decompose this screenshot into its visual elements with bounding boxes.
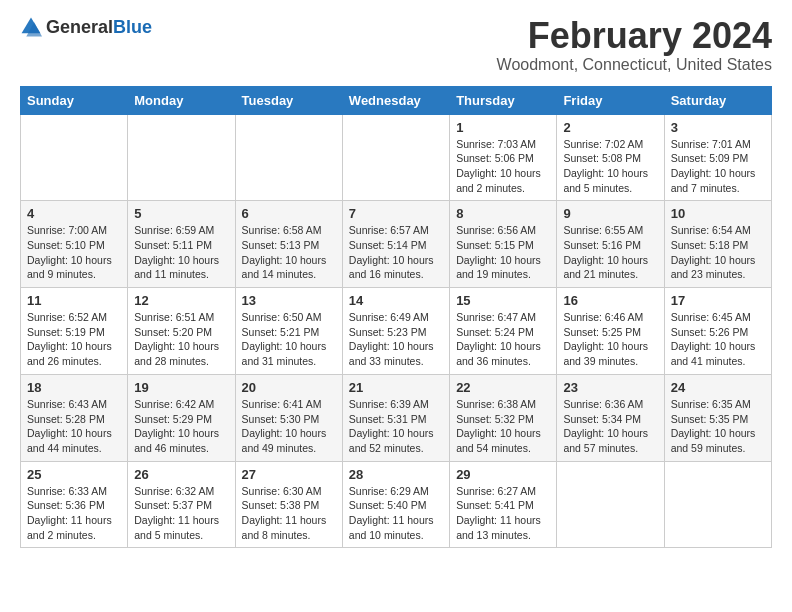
day-info: Sunrise: 6:39 AM Sunset: 5:31 PM Dayligh… xyxy=(349,397,443,456)
day-info: Sunrise: 6:46 AM Sunset: 5:25 PM Dayligh… xyxy=(563,310,657,369)
day-info: Sunrise: 6:33 AM Sunset: 5:36 PM Dayligh… xyxy=(27,484,121,543)
week-row-2: 11Sunrise: 6:52 AM Sunset: 5:19 PM Dayli… xyxy=(21,288,772,375)
calendar-cell xyxy=(664,461,771,548)
calendar-cell: 10Sunrise: 6:54 AM Sunset: 5:18 PM Dayli… xyxy=(664,201,771,288)
calendar-cell xyxy=(128,114,235,201)
header-monday: Monday xyxy=(128,86,235,114)
day-number: 21 xyxy=(349,380,443,395)
day-info: Sunrise: 6:35 AM Sunset: 5:35 PM Dayligh… xyxy=(671,397,765,456)
calendar-cell: 7Sunrise: 6:57 AM Sunset: 5:14 PM Daylig… xyxy=(342,201,449,288)
calendar-cell: 2Sunrise: 7:02 AM Sunset: 5:08 PM Daylig… xyxy=(557,114,664,201)
day-number: 10 xyxy=(671,206,765,221)
logo: GeneralBlue xyxy=(20,16,152,38)
page-header: GeneralBlue February 2024 Woodmont, Conn… xyxy=(20,16,772,74)
location-title: Woodmont, Connecticut, United States xyxy=(497,56,772,74)
header-friday: Friday xyxy=(557,86,664,114)
week-row-0: 1Sunrise: 7:03 AM Sunset: 5:06 PM Daylig… xyxy=(21,114,772,201)
week-row-3: 18Sunrise: 6:43 AM Sunset: 5:28 PM Dayli… xyxy=(21,374,772,461)
day-info: Sunrise: 7:01 AM Sunset: 5:09 PM Dayligh… xyxy=(671,137,765,196)
day-number: 7 xyxy=(349,206,443,221)
day-info: Sunrise: 6:56 AM Sunset: 5:15 PM Dayligh… xyxy=(456,223,550,282)
day-number: 23 xyxy=(563,380,657,395)
day-number: 20 xyxy=(242,380,336,395)
calendar-cell: 11Sunrise: 6:52 AM Sunset: 5:19 PM Dayli… xyxy=(21,288,128,375)
day-number: 6 xyxy=(242,206,336,221)
day-number: 25 xyxy=(27,467,121,482)
day-number: 5 xyxy=(134,206,228,221)
day-info: Sunrise: 6:58 AM Sunset: 5:13 PM Dayligh… xyxy=(242,223,336,282)
day-info: Sunrise: 6:45 AM Sunset: 5:26 PM Dayligh… xyxy=(671,310,765,369)
day-info: Sunrise: 6:52 AM Sunset: 5:19 PM Dayligh… xyxy=(27,310,121,369)
day-number: 15 xyxy=(456,293,550,308)
day-info: Sunrise: 6:47 AM Sunset: 5:24 PM Dayligh… xyxy=(456,310,550,369)
calendar-cell xyxy=(557,461,664,548)
day-number: 13 xyxy=(242,293,336,308)
day-info: Sunrise: 6:43 AM Sunset: 5:28 PM Dayligh… xyxy=(27,397,121,456)
logo-icon xyxy=(20,16,42,38)
logo-text-general: General xyxy=(46,17,113,37)
day-number: 19 xyxy=(134,380,228,395)
day-info: Sunrise: 7:00 AM Sunset: 5:10 PM Dayligh… xyxy=(27,223,121,282)
title-section: February 2024 Woodmont, Connecticut, Uni… xyxy=(497,16,772,74)
calendar-cell: 28Sunrise: 6:29 AM Sunset: 5:40 PM Dayli… xyxy=(342,461,449,548)
calendar-header-row: SundayMondayTuesdayWednesdayThursdayFrid… xyxy=(21,86,772,114)
day-number: 26 xyxy=(134,467,228,482)
calendar-cell: 18Sunrise: 6:43 AM Sunset: 5:28 PM Dayli… xyxy=(21,374,128,461)
calendar-cell: 16Sunrise: 6:46 AM Sunset: 5:25 PM Dayli… xyxy=(557,288,664,375)
calendar-cell: 23Sunrise: 6:36 AM Sunset: 5:34 PM Dayli… xyxy=(557,374,664,461)
day-info: Sunrise: 6:29 AM Sunset: 5:40 PM Dayligh… xyxy=(349,484,443,543)
header-thursday: Thursday xyxy=(450,86,557,114)
day-info: Sunrise: 6:32 AM Sunset: 5:37 PM Dayligh… xyxy=(134,484,228,543)
calendar-cell: 24Sunrise: 6:35 AM Sunset: 5:35 PM Dayli… xyxy=(664,374,771,461)
day-number: 18 xyxy=(27,380,121,395)
calendar-cell: 20Sunrise: 6:41 AM Sunset: 5:30 PM Dayli… xyxy=(235,374,342,461)
calendar-cell: 17Sunrise: 6:45 AM Sunset: 5:26 PM Dayli… xyxy=(664,288,771,375)
calendar-cell: 8Sunrise: 6:56 AM Sunset: 5:15 PM Daylig… xyxy=(450,201,557,288)
day-info: Sunrise: 6:30 AM Sunset: 5:38 PM Dayligh… xyxy=(242,484,336,543)
day-number: 29 xyxy=(456,467,550,482)
calendar-cell: 22Sunrise: 6:38 AM Sunset: 5:32 PM Dayli… xyxy=(450,374,557,461)
day-info: Sunrise: 7:03 AM Sunset: 5:06 PM Dayligh… xyxy=(456,137,550,196)
calendar-cell: 29Sunrise: 6:27 AM Sunset: 5:41 PM Dayli… xyxy=(450,461,557,548)
calendar-cell: 5Sunrise: 6:59 AM Sunset: 5:11 PM Daylig… xyxy=(128,201,235,288)
day-info: Sunrise: 6:49 AM Sunset: 5:23 PM Dayligh… xyxy=(349,310,443,369)
day-info: Sunrise: 6:59 AM Sunset: 5:11 PM Dayligh… xyxy=(134,223,228,282)
day-number: 16 xyxy=(563,293,657,308)
calendar-cell: 14Sunrise: 6:49 AM Sunset: 5:23 PM Dayli… xyxy=(342,288,449,375)
day-number: 11 xyxy=(27,293,121,308)
day-number: 14 xyxy=(349,293,443,308)
day-info: Sunrise: 6:54 AM Sunset: 5:18 PM Dayligh… xyxy=(671,223,765,282)
day-number: 1 xyxy=(456,120,550,135)
header-saturday: Saturday xyxy=(664,86,771,114)
calendar-cell: 13Sunrise: 6:50 AM Sunset: 5:21 PM Dayli… xyxy=(235,288,342,375)
day-number: 9 xyxy=(563,206,657,221)
calendar-cell: 15Sunrise: 6:47 AM Sunset: 5:24 PM Dayli… xyxy=(450,288,557,375)
day-info: Sunrise: 6:42 AM Sunset: 5:29 PM Dayligh… xyxy=(134,397,228,456)
day-info: Sunrise: 6:38 AM Sunset: 5:32 PM Dayligh… xyxy=(456,397,550,456)
calendar-cell: 12Sunrise: 6:51 AM Sunset: 5:20 PM Dayli… xyxy=(128,288,235,375)
calendar-cell: 3Sunrise: 7:01 AM Sunset: 5:09 PM Daylig… xyxy=(664,114,771,201)
logo-text-blue: Blue xyxy=(113,17,152,37)
day-number: 12 xyxy=(134,293,228,308)
calendar-cell xyxy=(235,114,342,201)
day-number: 8 xyxy=(456,206,550,221)
day-info: Sunrise: 6:27 AM Sunset: 5:41 PM Dayligh… xyxy=(456,484,550,543)
calendar-cell: 1Sunrise: 7:03 AM Sunset: 5:06 PM Daylig… xyxy=(450,114,557,201)
month-title: February 2024 xyxy=(497,16,772,56)
calendar-cell: 26Sunrise: 6:32 AM Sunset: 5:37 PM Dayli… xyxy=(128,461,235,548)
calendar-cell: 19Sunrise: 6:42 AM Sunset: 5:29 PM Dayli… xyxy=(128,374,235,461)
calendar-cell: 6Sunrise: 6:58 AM Sunset: 5:13 PM Daylig… xyxy=(235,201,342,288)
day-info: Sunrise: 6:50 AM Sunset: 5:21 PM Dayligh… xyxy=(242,310,336,369)
day-number: 2 xyxy=(563,120,657,135)
day-number: 28 xyxy=(349,467,443,482)
header-tuesday: Tuesday xyxy=(235,86,342,114)
day-info: Sunrise: 6:36 AM Sunset: 5:34 PM Dayligh… xyxy=(563,397,657,456)
calendar-cell: 9Sunrise: 6:55 AM Sunset: 5:16 PM Daylig… xyxy=(557,201,664,288)
day-number: 24 xyxy=(671,380,765,395)
day-info: Sunrise: 6:41 AM Sunset: 5:30 PM Dayligh… xyxy=(242,397,336,456)
day-number: 27 xyxy=(242,467,336,482)
day-number: 3 xyxy=(671,120,765,135)
calendar-cell xyxy=(21,114,128,201)
day-number: 22 xyxy=(456,380,550,395)
calendar-cell: 27Sunrise: 6:30 AM Sunset: 5:38 PM Dayli… xyxy=(235,461,342,548)
